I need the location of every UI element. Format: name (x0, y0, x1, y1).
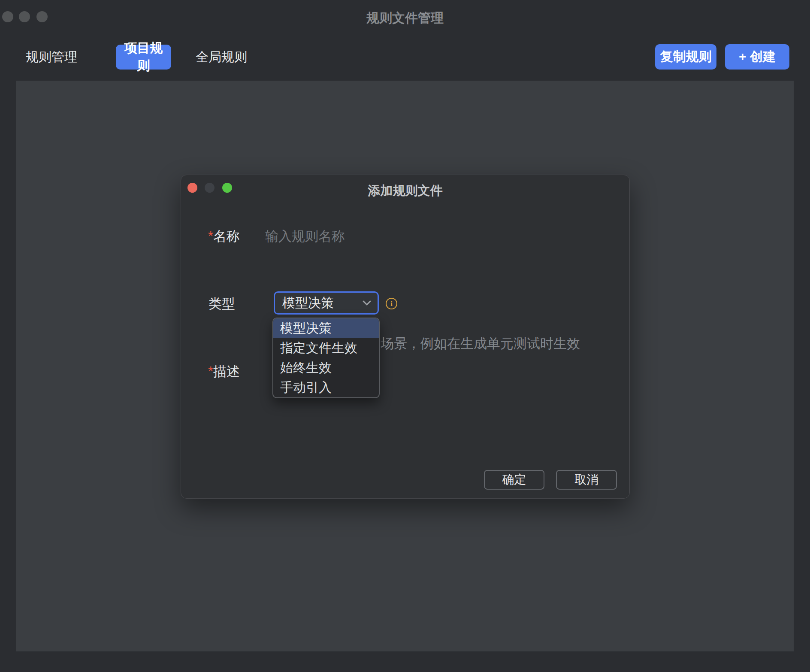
required-asterisk: * (208, 364, 213, 379)
type-dropdown-menu: 模型决策 指定文件生效 始终生效 手动引入 (272, 318, 380, 398)
dropdown-option-always-active[interactable]: 始终生效 (273, 358, 379, 378)
dropdown-option-manual-import[interactable]: 手动引入 (273, 378, 379, 397)
dropdown-option-specified-files[interactable]: 指定文件生效 (273, 338, 379, 358)
tab-global-rules[interactable]: 全局规则 (193, 45, 250, 70)
copy-rules-button[interactable]: 复制规则 (655, 44, 716, 70)
dialog-title: 添加规则文件 (181, 182, 629, 200)
name-label-text: 名称 (213, 229, 240, 244)
name-label: *名称 (208, 228, 240, 245)
type-help-text: 场景，例如在生成单元测试时生效 (381, 335, 580, 353)
info-icon[interactable] (386, 298, 397, 309)
chevron-down-icon (362, 300, 372, 306)
name-input[interactable] (265, 226, 540, 247)
app-window: 规则文件管理 规则管理 项目规则 全局规则 复制规则 + 创建 添加规则文件 *… (0, 0, 810, 672)
required-asterisk: * (208, 229, 213, 244)
dropdown-option-model-decision[interactable]: 模型决策 (273, 318, 379, 338)
tab-rule-management[interactable]: 规则管理 (23, 45, 80, 70)
type-label: 类型 (209, 296, 235, 312)
cancel-button[interactable]: 取消 (556, 470, 617, 490)
add-rule-dialog: 添加规则文件 *名称 类型 模型决策 场景，例如在生成单元测试时生效 *描述 模… (181, 175, 630, 499)
tab-project-rules[interactable]: 项目规则 (116, 45, 171, 70)
create-button[interactable]: + 创建 (725, 44, 789, 70)
confirm-button[interactable]: 确定 (484, 470, 544, 490)
type-select[interactable]: 模型决策 (274, 291, 379, 315)
type-select-value: 模型决策 (282, 294, 362, 312)
description-label-text: 描述 (213, 364, 240, 379)
description-label: *描述 (208, 363, 240, 380)
window-title: 规则文件管理 (0, 9, 810, 27)
